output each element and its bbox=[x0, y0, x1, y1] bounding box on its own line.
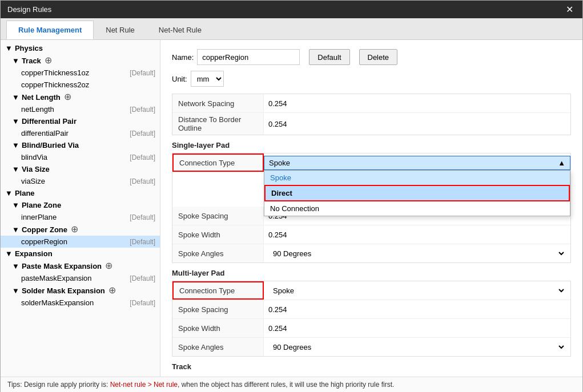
blindvia-arrow: ▼ bbox=[12, 141, 19, 149]
sidebar-item-viasize[interactable]: viaSize [Default] bbox=[1, 175, 160, 187]
sidebar-group-copperzone-label: Copper Zone bbox=[22, 225, 67, 234]
viasize-default: [Default] bbox=[130, 177, 155, 185]
main-content: ▼ Physics ▼ Track ⊕ copperThickness1oz [… bbox=[1, 40, 582, 377]
sidebar-group-pastemask-label: Paste Mask Expansion bbox=[22, 262, 102, 270]
footer-tip: Tips: Design rule apply priority is: Net… bbox=[1, 377, 582, 392]
sidebar-group-plane-label: Plane bbox=[15, 189, 35, 197]
sidebar-group-soldermask-label: Solder Mask Expansion bbox=[22, 286, 105, 295]
sidebar-group-netlength[interactable]: ▼ Net Length ⊕ bbox=[1, 91, 160, 103]
network-spacing-label: Network Spacing bbox=[172, 94, 264, 112]
single-layer-pad-title: Single-layer Pad bbox=[172, 141, 571, 149]
sidebar: ▼ Physics ▼ Track ⊕ copperThickness1oz [… bbox=[1, 40, 160, 377]
blindvia-label: blindVia bbox=[21, 153, 47, 161]
soldermask-label: solderMaskExpansion bbox=[21, 298, 94, 307]
tip-prefix: Tips: Design rule apply priority is: bbox=[7, 381, 110, 389]
sidebar-item-innerplane[interactable]: innerPlane [Default] bbox=[1, 211, 160, 223]
add-pastemask-button[interactable]: ⊕ bbox=[104, 261, 114, 270]
sidebar-item-blindvia[interactable]: blindVia [Default] bbox=[1, 151, 160, 163]
sidebar-item-copper1oz[interactable]: copperThickness1oz [Default] bbox=[1, 67, 160, 79]
sidebar-item-copper2oz[interactable]: copperThickness2oz bbox=[1, 79, 160, 91]
multi-spoke-angles-container: 90 Degrees 45 Degrees bbox=[264, 340, 570, 354]
add-track-button[interactable]: ⊕ bbox=[43, 56, 53, 65]
sidebar-group-blindvia[interactable]: ▼ Blind/Buried Via bbox=[1, 139, 160, 151]
sidebar-group-diffpair[interactable]: ▼ Differential Pair bbox=[1, 115, 160, 127]
add-netlength-button[interactable]: ⊕ bbox=[63, 92, 73, 102]
name-input[interactable] bbox=[197, 49, 300, 65]
default-button[interactable]: Default bbox=[309, 49, 349, 65]
single-conn-option-noconn[interactable]: No Connection bbox=[264, 201, 570, 216]
physics-arrow: ▼ bbox=[5, 44, 13, 52]
tab-net-net-rule[interactable]: Net-Net Rule bbox=[147, 21, 214, 39]
single-spoke-width-row: Spoke Width bbox=[172, 225, 570, 244]
sidebar-group-blindvia-label: Blind/Buried Via bbox=[22, 141, 79, 149]
name-label: Name: bbox=[172, 53, 194, 62]
sidebar-item-pastemask[interactable]: pasteMaskExpansion [Default] bbox=[1, 272, 160, 284]
sidebar-item-netlength[interactable]: netLength [Default] bbox=[1, 103, 160, 115]
single-spoke-angles-select[interactable]: 90 Degrees 45 Degrees bbox=[268, 246, 566, 261]
single-conn-type-row: Connection Type Spoke ▲ Spoke Direct No … bbox=[172, 153, 570, 172]
single-conn-option-direct[interactable]: Direct bbox=[264, 185, 570, 201]
single-spoke-width-input[interactable] bbox=[264, 227, 570, 243]
dialog-title: Design Rules bbox=[7, 5, 51, 14]
multi-spoke-spacing-input[interactable] bbox=[264, 301, 570, 317]
blindvia-default: [Default] bbox=[130, 153, 155, 161]
copperregion-label: copperRegion bbox=[21, 237, 67, 246]
multi-layer-pad-group: Connection Type Spoke Direct No Connecti… bbox=[172, 281, 571, 357]
sidebar-group-pastemask[interactable]: ▼ Paste Mask Expansion ⊕ bbox=[1, 260, 160, 272]
netlength-label: netLength bbox=[21, 105, 54, 114]
single-spoke-spacing-label: Spoke Spacing bbox=[172, 207, 264, 225]
multi-conn-type-select[interactable]: Spoke Direct No Connection bbox=[268, 283, 566, 298]
diffpair-default: [Default] bbox=[130, 130, 155, 138]
add-soldermask-button[interactable]: ⊕ bbox=[107, 286, 117, 295]
delete-button[interactable]: Delete bbox=[359, 49, 398, 65]
sidebar-group-netlength-label: Net Length bbox=[22, 93, 61, 102]
multi-spoke-width-label: Spoke Width bbox=[172, 319, 264, 337]
single-conn-type-selected: Spoke bbox=[269, 159, 290, 167]
single-conn-option-spoke[interactable]: Spoke bbox=[264, 171, 570, 185]
sidebar-group-copperzone[interactable]: ▼ Copper Zone ⊕ bbox=[1, 223, 160, 236]
sidebar-group-soldermask[interactable]: ▼ Solder Mask Expansion ⊕ bbox=[1, 284, 160, 297]
multi-spoke-angles-row: Spoke Angles 90 Degrees 45 Degrees bbox=[172, 338, 570, 356]
viasize-label: viaSize bbox=[21, 177, 45, 185]
sidebar-group-plane[interactable]: ▼ Plane bbox=[1, 187, 160, 199]
distance-border-label: Distance To Border Outline bbox=[172, 113, 264, 135]
pastemask-label: pasteMaskExpansion bbox=[21, 274, 92, 282]
copper1oz-default: [Default] bbox=[130, 69, 155, 77]
distance-border-row: Distance To Border Outline bbox=[172, 113, 570, 135]
sidebar-item-diffpair[interactable]: differentialPair [Default] bbox=[1, 127, 160, 139]
sidebar-group-track[interactable]: ▼ Track ⊕ bbox=[1, 54, 160, 67]
tab-bar: Rule Management Net Rule Net-Net Rule bbox=[1, 18, 582, 40]
sidebar-group-physics-label: Physics bbox=[15, 44, 43, 52]
sidebar-group-physics[interactable]: ▼ Physics bbox=[1, 42, 160, 54]
multi-spoke-width-row: Spoke Width bbox=[172, 319, 570, 338]
add-copperzone-button[interactable]: ⊕ bbox=[70, 225, 79, 234]
tab-rule-management[interactable]: Rule Management bbox=[6, 21, 94, 39]
multi-spoke-width-input[interactable] bbox=[264, 320, 570, 336]
unit-label: Unit: bbox=[172, 75, 187, 83]
single-spoke-angles-row: Spoke Angles 90 Degrees 45 Degrees bbox=[172, 244, 570, 262]
unit-select[interactable]: mm mil inch bbox=[191, 71, 224, 87]
single-spoke-width-label: Spoke Width bbox=[172, 225, 264, 244]
single-layer-pad-group: Connection Type Spoke ▲ Spoke Direct No … bbox=[172, 153, 571, 263]
multi-spoke-angles-select[interactable]: 90 Degrees 45 Degrees bbox=[268, 340, 566, 354]
network-spacing-input[interactable] bbox=[264, 95, 570, 111]
copper2oz-label: copperThickness2oz bbox=[21, 80, 89, 89]
pastemask-default: [Default] bbox=[130, 274, 155, 282]
close-button[interactable]: ✕ bbox=[564, 4, 576, 15]
tab-net-rule[interactable]: Net Rule bbox=[94, 21, 147, 39]
copper1oz-label: copperThickness1oz bbox=[21, 68, 89, 77]
sidebar-item-copperregion[interactable]: copperRegion [Default] bbox=[1, 236, 160, 248]
copperzone-arrow: ▼ bbox=[12, 225, 19, 234]
sidebar-group-expansion[interactable]: ▼ Expansion bbox=[1, 248, 160, 260]
pastemask-arrow: ▼ bbox=[12, 262, 19, 270]
main-panel: Name: Default Delete Unit: mm mil inch N… bbox=[160, 40, 582, 377]
sidebar-item-soldermask[interactable]: solderMaskExpansion [Default] bbox=[1, 297, 160, 309]
single-conn-type-dropdown-btn[interactable]: Spoke ▲ bbox=[264, 156, 570, 170]
sidebar-group-viasize[interactable]: ▼ Via Size bbox=[1, 163, 160, 175]
multi-spoke-spacing-row: Spoke Spacing bbox=[172, 300, 570, 319]
single-spoke-angles-container: 90 Degrees 45 Degrees bbox=[264, 246, 570, 261]
distance-border-input[interactable] bbox=[264, 116, 570, 132]
plane-arrow: ▼ bbox=[5, 189, 13, 197]
track-arrow: ▼ bbox=[12, 56, 19, 65]
sidebar-group-planezone[interactable]: ▼ Plane Zone bbox=[1, 199, 160, 211]
